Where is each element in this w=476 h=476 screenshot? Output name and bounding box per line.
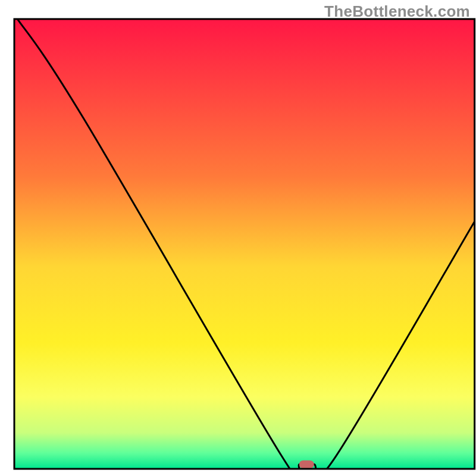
chart-container: TheBottleneck.com <box>0 0 476 476</box>
chart-background <box>14 19 475 469</box>
selected-point-marker <box>299 461 314 469</box>
watermark-text: TheBottleneck.com <box>324 2 470 21</box>
bottleneck-chart <box>0 0 476 476</box>
